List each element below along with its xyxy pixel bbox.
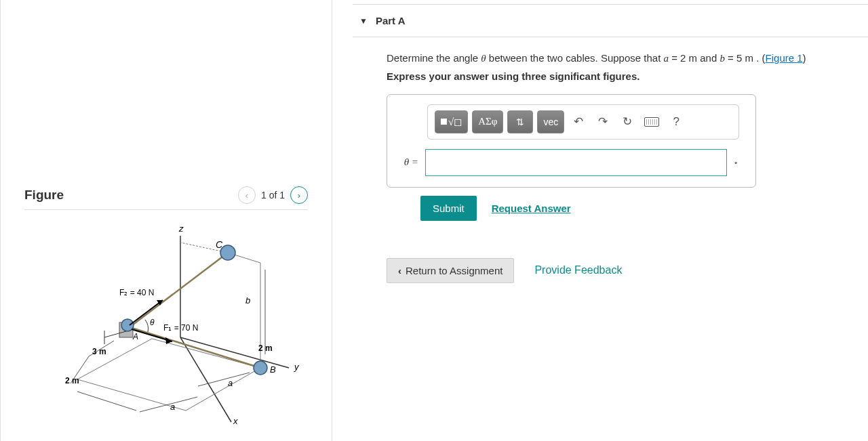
redo-button[interactable]: ↷ [593, 110, 613, 133]
vec-button[interactable]: vec [537, 110, 564, 133]
figure-nav-text: 1 of 1 [261, 190, 285, 201]
request-answer-link[interactable]: Request Answer [492, 203, 571, 214]
f1-label: F₁ = 70 N [163, 323, 198, 333]
equation-toolbar: √◻ ΑΣφ ⇅ vec ↶ ↷ ↻ ? [427, 104, 739, 140]
part-header[interactable]: ▼ Part A [353, 4, 868, 37]
help-button[interactable]: ? [666, 110, 686, 133]
theta-label: θ [150, 318, 155, 327]
template-button[interactable]: √◻ [435, 110, 468, 133]
return-button[interactable]: ‹ Return to Assignment [387, 258, 514, 283]
part-title: Part A [376, 15, 406, 26]
svg-point-14 [254, 361, 267, 375]
caret-down-icon: ▼ [359, 16, 368, 26]
dim-b: b [245, 295, 250, 306]
answer-input[interactable] [425, 149, 727, 176]
theta-equals-label: θ = [397, 156, 418, 168]
svg-point-13 [220, 245, 235, 260]
dim-2m-right: 2 m [258, 343, 273, 353]
axis-x-label: x [233, 416, 238, 425]
svg-line-1 [180, 337, 289, 368]
point-b-label: B [270, 364, 276, 375]
chevron-left-icon: ‹ [398, 265, 401, 276]
dim-2m-left: 2 m [65, 376, 79, 385]
degree-unit: ∘ [734, 159, 738, 166]
point-a-label: A [132, 332, 138, 341]
svg-line-22 [140, 397, 197, 412]
subscript-button[interactable]: ⇅ [507, 110, 533, 133]
dim-a1: a [228, 378, 233, 388]
figure-prev-button[interactable]: ‹ [238, 186, 256, 204]
figure-title: Figure [24, 188, 64, 203]
figure-diagram: z y x C A B θ F₁ = 70 N F₂ = 40 N 3 m 2 … [24, 222, 308, 425]
figure-next-button[interactable]: › [290, 186, 308, 204]
figure-nav: ‹ 1 of 1 › [238, 186, 308, 204]
svg-line-21 [77, 392, 136, 411]
provide-feedback-link[interactable]: Provide Feedback [534, 264, 622, 276]
axis-y-label: y [294, 362, 300, 372]
answer-box: √◻ ΑΣφ ⇅ vec ↶ ↷ ↻ ? θ = ∘ [387, 94, 756, 188]
point-c-label: C [216, 239, 223, 250]
question-text: Determine the angle θ between the two ca… [387, 51, 854, 66]
reset-button[interactable]: ↻ [617, 110, 637, 133]
keyboard-icon [644, 117, 659, 127]
greek-button[interactable]: ΑΣφ [472, 110, 503, 133]
submit-button[interactable]: Submit [420, 196, 477, 221]
axis-z-label: z [178, 224, 184, 234]
dim-3m: 3 m [92, 347, 106, 356]
figure-link[interactable]: Figure 1 [766, 52, 803, 64]
undo-button[interactable]: ↶ [568, 110, 589, 133]
instruction-text: Express your answer using three signific… [387, 70, 854, 82]
f2-label: F₂ = 40 N [119, 288, 154, 297]
keyboard-button[interactable] [642, 110, 662, 133]
dim-a2: a [170, 402, 175, 412]
